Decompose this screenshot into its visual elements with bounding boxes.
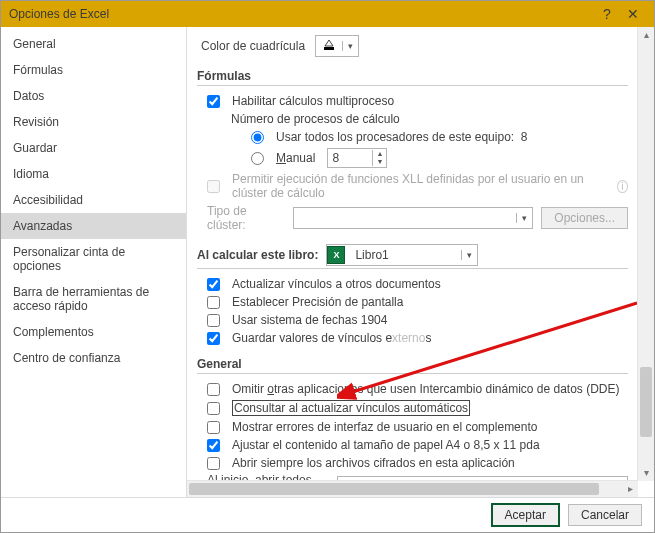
- manual-processors-radio[interactable]: [251, 152, 264, 165]
- sidebar-item-guardar[interactable]: Guardar: [1, 135, 186, 161]
- close-button[interactable]: ✕: [620, 1, 646, 27]
- sidebar-item-complementos[interactable]: Complementos: [1, 319, 186, 345]
- sidebar-item-barra-de-herramientas-de-acceso-r-pido[interactable]: Barra de herramientas de acceso rápido: [1, 279, 186, 319]
- content-panel: Color de cuadrícula ▾ Fórmulas Habilitar…: [187, 27, 654, 497]
- allow-xll-label: Permitir ejecución de funciones XLL defi…: [232, 172, 607, 200]
- help-button[interactable]: ?: [594, 1, 620, 27]
- chevron-down-icon: ▾: [461, 250, 477, 260]
- excel-icon: X: [327, 246, 345, 264]
- spinner-up-icon[interactable]: ▲: [373, 150, 386, 158]
- manual-processors-label: Manual: [276, 151, 315, 165]
- cluster-type-label: Tipo de clúster:: [207, 204, 285, 232]
- excel-options-dialog: Opciones de Excel ? ✕ GeneralFórmulasDat…: [0, 0, 655, 533]
- use-all-processors-label: Usar todos los procesadores de este equi…: [276, 130, 528, 144]
- cancel-button[interactable]: Cancelar: [568, 504, 642, 526]
- fit-a4-label: Ajustar el contenido al tamaño de papel …: [232, 438, 540, 452]
- category-sidebar: GeneralFórmulasDatosRevisiónGuardarIdiom…: [1, 27, 187, 497]
- workbook-selector[interactable]: X Libro1 ▾: [326, 244, 478, 266]
- horizontal-scroll-thumb[interactable]: [189, 483, 599, 495]
- sidebar-item-centro-de-confianza[interactable]: Centro de confianza: [1, 345, 186, 371]
- horizontal-scrollbar[interactable]: ◂ ▸: [187, 480, 638, 497]
- ok-button[interactable]: Aceptar: [491, 503, 560, 527]
- svg-rect-0: [324, 47, 334, 50]
- spinner-down-icon[interactable]: ▼: [373, 158, 386, 166]
- allow-xll-checkbox: [207, 180, 220, 193]
- fit-a4-checkbox[interactable]: [207, 439, 220, 452]
- scroll-down-icon[interactable]: ▾: [638, 465, 654, 481]
- vertical-scrollbar[interactable]: ▴ ▾: [637, 27, 654, 481]
- cluster-type-combo: ▾: [293, 207, 533, 229]
- sidebar-item-datos[interactable]: Datos: [1, 83, 186, 109]
- use-all-processors-radio[interactable]: [251, 131, 264, 144]
- addin-ui-errors-checkbox[interactable]: [207, 421, 220, 434]
- save-ext-links-checkbox[interactable]: [207, 332, 220, 345]
- section-formulas: Fórmulas: [197, 63, 628, 86]
- scroll-up-icon[interactable]: ▴: [638, 27, 654, 43]
- sidebar-item-revisi-n[interactable]: Revisión: [1, 109, 186, 135]
- section-general: General: [197, 351, 628, 374]
- open-encrypted-label: Abrir siempre los archivos cifrados en e…: [232, 456, 515, 470]
- grid-color-picker[interactable]: ▾: [315, 35, 359, 57]
- date-1904-label: Usar sistema de fechas 1904: [232, 313, 387, 327]
- sidebar-item-accesibilidad[interactable]: Accesibilidad: [1, 187, 186, 213]
- ask-update-links-label: Consultar al actualizar vínculos automát…: [232, 400, 470, 416]
- ignore-dde-label: Omitir otras aplicaciones que usen Inter…: [232, 382, 620, 396]
- info-icon[interactable]: i: [617, 180, 628, 193]
- ignore-dde-checkbox[interactable]: [207, 383, 220, 396]
- enable-multithread-checkbox[interactable]: [207, 95, 220, 108]
- section-workbook-calc: Al calcular este libro: X Libro1 ▾: [197, 238, 628, 269]
- nproc-label: Número de procesos de cálculo: [231, 112, 400, 126]
- cluster-options-button: Opciones...: [541, 207, 628, 229]
- titlebar: Opciones de Excel ? ✕: [1, 1, 654, 27]
- date-1904-checkbox[interactable]: [207, 314, 220, 327]
- sidebar-item-general[interactable]: General: [1, 31, 186, 57]
- set-precision-checkbox[interactable]: [207, 296, 220, 309]
- addin-ui-errors-label: Mostrar errores de interfaz de usuario e…: [232, 420, 537, 434]
- sidebar-item-personalizar-cinta-de-opciones[interactable]: Personalizar cinta de opciones: [1, 239, 186, 279]
- update-links-checkbox[interactable]: [207, 278, 220, 291]
- scroll-right-icon[interactable]: ▸: [622, 481, 638, 497]
- set-precision-label: Establecer Precisión de pantalla: [232, 295, 403, 309]
- vertical-scroll-thumb[interactable]: [640, 367, 652, 437]
- sidebar-item-f-rmulas[interactable]: Fórmulas: [1, 57, 186, 83]
- enable-multithread-label: Habilitar cálculos multiproceso: [232, 94, 394, 108]
- open-encrypted-checkbox[interactable]: [207, 457, 220, 470]
- grid-color-label: Color de cuadrícula: [201, 39, 305, 53]
- manual-processors-spinner[interactable]: 8 ▲▼: [327, 148, 387, 168]
- chevron-down-icon: ▾: [516, 213, 532, 223]
- ask-update-links-checkbox[interactable]: [207, 402, 220, 415]
- dialog-footer: Aceptar Cancelar: [1, 497, 654, 532]
- chevron-down-icon: ▾: [342, 41, 358, 51]
- sidebar-item-avanzadas[interactable]: Avanzadas: [1, 213, 186, 239]
- update-links-label: Actualizar vínculos a otros documentos: [232, 277, 441, 291]
- sidebar-item-idioma[interactable]: Idioma: [1, 161, 186, 187]
- save-ext-links-label: Guardar valores de vínculos externos: [232, 331, 431, 345]
- window-title: Opciones de Excel: [9, 7, 109, 21]
